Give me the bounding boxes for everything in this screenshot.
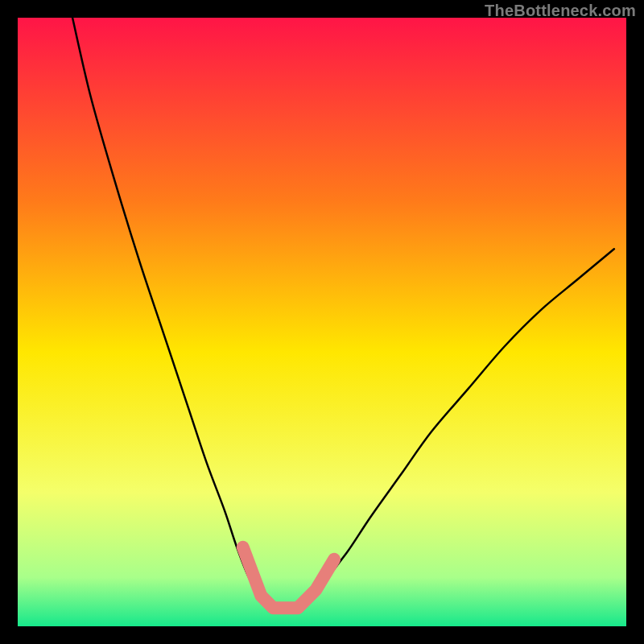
plot-area [18,18,626,626]
outer-frame: TheBottleneck.com [0,0,644,644]
chart-svg [18,18,626,626]
watermark-text: TheBottleneck.com [485,2,636,20]
gradient-background [18,18,626,626]
